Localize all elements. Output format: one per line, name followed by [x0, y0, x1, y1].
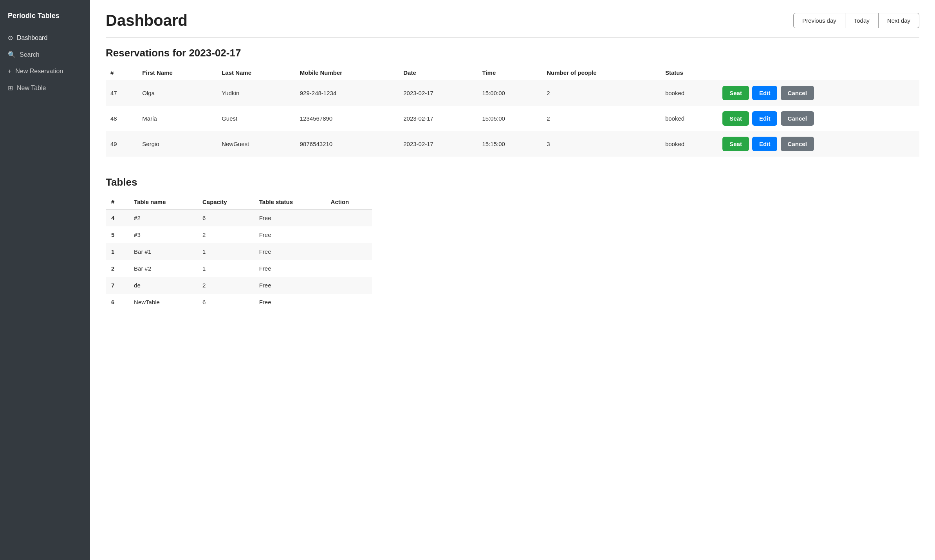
sidebar-item-label-dashboard: Dashboard — [17, 34, 47, 42]
tbl-status: Free — [254, 260, 325, 277]
col-time: Time — [478, 65, 542, 80]
tbl-id: 4 — [106, 210, 128, 227]
res-id: 47 — [106, 80, 137, 106]
res-people: 2 — [542, 106, 661, 131]
sidebar-item-label-new-reservation: New Reservation — [15, 68, 63, 75]
res-actions: Seat Edit Cancel — [718, 131, 919, 157]
tbl-capacity: 6 — [197, 294, 254, 311]
seat-button[interactable]: Seat — [722, 111, 749, 126]
res-last-name: Yudkin — [217, 80, 295, 106]
seat-button[interactable]: Seat — [722, 137, 749, 151]
tbl-action — [325, 260, 372, 277]
cancel-button[interactable]: Cancel — [781, 137, 814, 151]
col-table-name: Table name — [128, 195, 197, 210]
tbl-action — [325, 243, 372, 260]
table-row: 6 NewTable 6 Free — [106, 294, 372, 311]
tables-section-title: Tables — [106, 176, 919, 188]
tbl-action — [325, 210, 372, 227]
sidebar-item-search[interactable]: 🔍 Search — [0, 46, 90, 63]
col-status: Status — [661, 65, 718, 80]
res-first-name: Sergio — [137, 131, 217, 157]
col-mobile: Mobile Number — [295, 65, 399, 80]
previous-day-button[interactable]: Previous day — [793, 13, 845, 28]
day-navigation: Previous day Today Next day — [793, 13, 919, 28]
tbl-status: Free — [254, 210, 325, 227]
tbl-capacity: 1 — [197, 243, 254, 260]
page-title: Dashboard — [106, 12, 188, 29]
table-icon: ⊞ — [8, 84, 13, 92]
sidebar-item-new-table[interactable]: ⊞ New Table — [0, 79, 90, 96]
next-day-button[interactable]: Next day — [879, 13, 919, 28]
col-capacity: Capacity — [197, 195, 254, 210]
app-title: Periodic Tables — [0, 8, 90, 29]
col-people: Number of people — [542, 65, 661, 80]
tbl-id: 7 — [106, 277, 128, 294]
col-date: Date — [399, 65, 477, 80]
tbl-status: Free — [254, 243, 325, 260]
table-row: 4 #2 6 Free — [106, 210, 372, 227]
res-actions: Seat Edit Cancel — [718, 106, 919, 131]
plus-icon: + — [8, 68, 11, 75]
tbl-name: Bar #1 — [128, 243, 197, 260]
tbl-action — [325, 294, 372, 311]
tbl-status: Free — [254, 226, 325, 243]
edit-button[interactable]: Edit — [752, 137, 777, 151]
seat-button[interactable]: Seat — [722, 86, 749, 100]
tbl-capacity: 1 — [197, 260, 254, 277]
res-date: 2023-02-17 — [399, 131, 477, 157]
res-time: 15:00:00 — [478, 80, 542, 106]
table-row: 2 Bar #2 1 Free — [106, 260, 372, 277]
tbl-id: 2 — [106, 260, 128, 277]
cancel-button[interactable]: Cancel — [781, 111, 814, 126]
res-date: 2023-02-17 — [399, 106, 477, 131]
tbl-status: Free — [254, 294, 325, 311]
col-actions — [718, 65, 919, 80]
res-first-name: Olga — [137, 80, 217, 106]
res-people: 2 — [542, 80, 661, 106]
res-status: booked — [661, 80, 718, 106]
main-content: Dashboard Previous day Today Next day Re… — [90, 0, 935, 560]
res-status: booked — [661, 106, 718, 131]
table-row: 48 Maria Guest 1234567890 2023-02-17 15:… — [106, 106, 919, 131]
res-time: 15:05:00 — [478, 106, 542, 131]
dashboard-icon: ⊙ — [8, 34, 13, 42]
tbl-action — [325, 277, 372, 294]
tbl-capacity: 2 — [197, 226, 254, 243]
tbl-name: de — [128, 277, 197, 294]
reservations-table: # First Name Last Name Mobile Number Dat… — [106, 65, 919, 157]
sidebar-item-dashboard[interactable]: ⊙ Dashboard — [0, 29, 90, 46]
col-table-id: # — [106, 195, 128, 210]
col-last-name: Last Name — [217, 65, 295, 80]
res-time: 15:15:00 — [478, 131, 542, 157]
tbl-capacity: 2 — [197, 277, 254, 294]
search-icon: 🔍 — [8, 51, 16, 58]
tbl-capacity: 6 — [197, 210, 254, 227]
tbl-name: Bar #2 — [128, 260, 197, 277]
edit-button[interactable]: Edit — [752, 111, 777, 126]
res-mobile: 1234567890 — [295, 106, 399, 131]
page-header: Dashboard Previous day Today Next day — [106, 12, 919, 29]
sidebar-item-label-new-table: New Table — [17, 85, 46, 92]
res-mobile: 929-248-1234 — [295, 80, 399, 106]
res-mobile: 9876543210 — [295, 131, 399, 157]
tbl-name: #2 — [128, 210, 197, 227]
col-id: # — [106, 65, 137, 80]
col-table-status: Table status — [254, 195, 325, 210]
sidebar-item-label-search: Search — [20, 51, 40, 58]
tables-table: # Table name Capacity Table status Actio… — [106, 195, 372, 311]
edit-button[interactable]: Edit — [752, 86, 777, 100]
cancel-button[interactable]: Cancel — [781, 86, 814, 100]
table-row: 49 Sergio NewGuest 9876543210 2023-02-17… — [106, 131, 919, 157]
res-last-name: Guest — [217, 106, 295, 131]
col-first-name: First Name — [137, 65, 217, 80]
tbl-name: #3 — [128, 226, 197, 243]
sidebar-item-new-reservation[interactable]: + New Reservation — [0, 63, 90, 79]
res-actions: Seat Edit Cancel — [718, 80, 919, 106]
tbl-action — [325, 226, 372, 243]
reservations-header-row: # First Name Last Name Mobile Number Dat… — [106, 65, 919, 80]
res-id: 49 — [106, 131, 137, 157]
today-button[interactable]: Today — [845, 13, 879, 28]
tables-header-row: # Table name Capacity Table status Actio… — [106, 195, 372, 210]
tbl-status: Free — [254, 277, 325, 294]
sidebar: Periodic Tables ⊙ Dashboard 🔍 Search + N… — [0, 0, 90, 560]
